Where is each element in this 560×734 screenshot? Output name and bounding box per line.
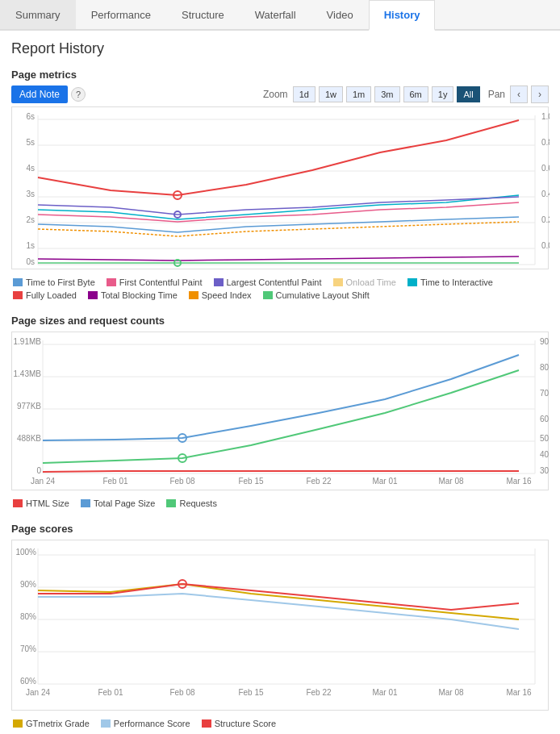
- svg-text:50: 50: [540, 434, 550, 443]
- svg-text:90: 90: [540, 337, 550, 346]
- chart1-legend: Time to First Byte First Contentful Pain…: [11, 274, 549, 303]
- svg-text:80%: 80%: [20, 612, 36, 621]
- svg-text:0.6: 0.6: [541, 164, 550, 173]
- zoom-all[interactable]: All: [457, 86, 479, 102]
- legend-total-size: Total Page Size: [81, 498, 155, 508]
- svg-text:60%: 60%: [20, 677, 36, 686]
- tab-summary[interactable]: Summary: [0, 0, 76, 29]
- svg-text:2s: 2s: [26, 215, 35, 224]
- svg-text:3s: 3s: [26, 190, 35, 198]
- legend-gtmetrix-grade: GTmetrix Grade: [13, 719, 90, 728]
- legend-tbt: Total Blocking Time: [88, 290, 178, 300]
- zoom-6m[interactable]: 6m: [403, 86, 428, 102]
- svg-text:0.8: 0.8: [541, 138, 550, 147]
- svg-text:1.91MB: 1.91MB: [14, 337, 42, 346]
- zoom-1d[interactable]: 1d: [293, 86, 316, 102]
- svg-text:70: 70: [540, 389, 550, 398]
- svg-text:4s: 4s: [26, 164, 35, 173]
- svg-text:70%: 70%: [20, 644, 36, 653]
- tab-history[interactable]: History: [369, 0, 436, 31]
- svg-text:5s: 5s: [26, 138, 35, 147]
- svg-text:Feb 15: Feb 15: [238, 688, 264, 697]
- svg-text:Feb 22: Feb 22: [306, 477, 332, 486]
- svg-text:977KB: 977KB: [17, 402, 41, 411]
- chart2-svg: .axis-text2 { font-size: 10px; fill: #88…: [12, 332, 550, 490]
- svg-text:Feb 08: Feb 08: [169, 688, 195, 697]
- svg-text:60: 60: [540, 415, 550, 423]
- svg-text:Feb 15: Feb 15: [238, 477, 264, 486]
- svg-text:0.0: 0.0: [541, 241, 550, 250]
- zoom-label: Zoom: [263, 89, 288, 100]
- tab-performance[interactable]: Performance: [76, 0, 166, 29]
- svg-text:80: 80: [540, 363, 550, 372]
- svg-text:488KB: 488KB: [17, 434, 41, 443]
- page-title: Report History: [11, 40, 549, 57]
- legend-ttfb: Time to First Byte: [13, 277, 95, 287]
- legend-cls: Cumulative Layout Shift: [263, 290, 370, 300]
- legend-html-size: HTML Size: [13, 498, 69, 508]
- svg-text:Mar 16: Mar 16: [506, 268, 532, 269]
- tab-structure[interactable]: Structure: [166, 0, 240, 29]
- chart2-legend: HTML Size Total Page Size Requests: [11, 495, 549, 511]
- svg-text:Jan 24: Jan 24: [26, 268, 50, 269]
- chart1-container: .axis-text { font-size: 10px; fill: #888…: [11, 106, 549, 269]
- svg-text:Mar 01: Mar 01: [372, 688, 398, 697]
- help-button[interactable]: ?: [71, 87, 86, 102]
- chart1-svg: .axis-text { font-size: 10px; fill: #888…: [12, 107, 550, 269]
- tab-bar: Summary Performance Structure Waterfall …: [0, 0, 560, 31]
- zoom-3m[interactable]: 3m: [374, 86, 399, 102]
- chart3-svg: .axis-text3 { font-size: 10px; fill: #88…: [12, 540, 550, 710]
- svg-text:Mar 16: Mar 16: [506, 688, 532, 697]
- svg-text:Mar 16: Mar 16: [506, 477, 532, 486]
- legend-lcp: Largest Contentful Paint: [214, 277, 322, 287]
- zoom-1w[interactable]: 1w: [319, 86, 343, 102]
- svg-text:40: 40: [540, 450, 550, 459]
- svg-text:Feb 22: Feb 22: [306, 688, 332, 697]
- legend-si: Speed Index: [189, 290, 252, 300]
- zoom-1m[interactable]: 1m: [346, 86, 371, 102]
- svg-text:0: 0: [36, 466, 41, 475]
- pan-label: Pan: [488, 89, 505, 100]
- svg-text:1.0: 1.0: [541, 112, 550, 121]
- svg-text:Feb 15: Feb 15: [233, 268, 259, 269]
- page-content: Report History Page metrics Add Note ? Z…: [0, 31, 560, 734]
- svg-text:Mar 08: Mar 08: [438, 688, 464, 697]
- add-note-button[interactable]: Add Note: [11, 85, 68, 103]
- chart1-toolbar: Add Note ? Zoom 1d 1w 1m 3m 6m 1y All Pa…: [11, 85, 549, 103]
- zoom-1y[interactable]: 1y: [432, 86, 454, 102]
- svg-text:Feb 01: Feb 01: [98, 688, 123, 697]
- chart3-legend: GTmetrix Grade Performance Score Structu…: [11, 715, 549, 732]
- legend-performance-score: Performance Score: [101, 719, 190, 728]
- svg-text:0s: 0s: [26, 257, 35, 266]
- legend-requests: Requests: [166, 498, 216, 508]
- svg-text:0.4: 0.4: [541, 190, 550, 198]
- tab-waterfall[interactable]: Waterfall: [240, 0, 311, 29]
- pan-left-button[interactable]: ‹: [510, 85, 528, 103]
- svg-text:6s: 6s: [26, 112, 35, 121]
- svg-text:100%: 100%: [15, 548, 36, 557]
- svg-text:Mar 01: Mar 01: [372, 477, 398, 486]
- legend-structure-score: Structure Score: [202, 719, 276, 728]
- section2-title: Page sizes and request counts: [11, 315, 549, 327]
- svg-text:Mar 08: Mar 08: [433, 268, 459, 269]
- svg-text:Jan 24: Jan 24: [26, 688, 50, 697]
- svg-text:Feb 01: Feb 01: [102, 477, 128, 486]
- svg-text:90%: 90%: [20, 580, 36, 589]
- svg-text:30: 30: [540, 466, 550, 475]
- svg-text:0.2: 0.2: [541, 215, 550, 224]
- section1-title: Page metrics: [11, 69, 549, 81]
- svg-text:Mar 08: Mar 08: [438, 477, 464, 486]
- chart3-container: .axis-text3 { font-size: 10px; fill: #88…: [11, 540, 549, 711]
- svg-text:Mar 01: Mar 01: [367, 268, 393, 269]
- tab-video[interactable]: Video: [311, 0, 369, 29]
- legend-onload: Onload Time: [333, 277, 396, 287]
- svg-text:Jan 24: Jan 24: [31, 477, 55, 486]
- svg-text:Feb 01: Feb 01: [98, 268, 123, 269]
- svg-text:Feb 08: Feb 08: [165, 268, 190, 269]
- section3-title: Page scores: [11, 523, 549, 535]
- legend-fcp: First Contentful Paint: [107, 277, 203, 287]
- svg-text:1.43MB: 1.43MB: [14, 369, 42, 378]
- svg-text:Feb 08: Feb 08: [169, 477, 195, 486]
- legend-tti: Time to Interactive: [407, 277, 493, 287]
- pan-right-button[interactable]: ›: [531, 85, 549, 103]
